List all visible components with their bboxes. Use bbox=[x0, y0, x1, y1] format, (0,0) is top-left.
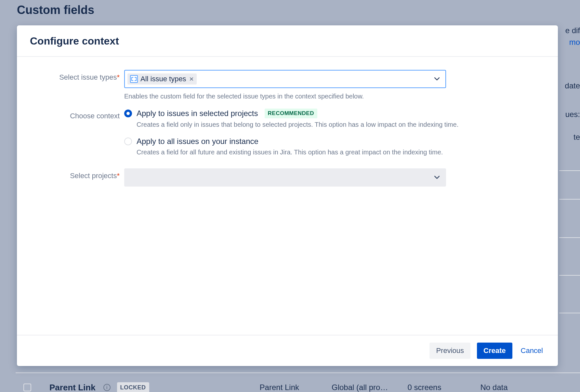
create-button[interactable]: Create bbox=[477, 343, 512, 359]
partial-text: mo bbox=[569, 38, 580, 47]
field-name: Parent Link bbox=[49, 383, 96, 392]
radio-label: Apply to issues in selected projects bbox=[137, 109, 258, 118]
issue-types-help: Enables the custom field for the selecte… bbox=[124, 93, 446, 100]
issue-types-select[interactable]: All issue types bbox=[124, 70, 446, 88]
previous-button[interactable]: Previous bbox=[429, 343, 470, 359]
radio-checked-icon bbox=[124, 110, 132, 117]
issue-types-row: Select issue types* All issue types E bbox=[30, 70, 545, 100]
chevron-down-icon bbox=[434, 174, 440, 181]
required-asterisk: * bbox=[117, 172, 120, 180]
context-row: Choose context Apply to issues in select… bbox=[30, 109, 545, 164]
chevron-down-icon bbox=[434, 76, 440, 82]
issue-types-label: Select issue types* bbox=[30, 70, 124, 82]
partial-text: ues: bbox=[565, 110, 580, 119]
issue-type-chip: All issue types bbox=[127, 73, 197, 85]
field-data: No data bbox=[480, 383, 508, 392]
locked-badge: LOCKED bbox=[117, 382, 149, 392]
projects-row: Select projects* bbox=[30, 168, 545, 187]
field-type: Parent Link bbox=[260, 383, 299, 392]
partial-text: te bbox=[573, 133, 580, 142]
partial-text: e dif bbox=[565, 26, 580, 35]
cancel-button[interactable]: Cancel bbox=[519, 343, 545, 359]
chip-label: All issue types bbox=[140, 75, 186, 83]
modal-footer: Previous Create Cancel bbox=[17, 335, 558, 366]
info-icon[interactable]: i bbox=[103, 384, 111, 391]
page-title: Custom fields bbox=[17, 3, 94, 17]
field-context: Global (all pro… bbox=[332, 383, 388, 392]
row-checkbox[interactable] bbox=[23, 384, 31, 391]
context-option2-help: Creates a field for all future and exist… bbox=[137, 149, 521, 156]
context-option1-help: Creates a field only in issues that belo… bbox=[137, 121, 521, 128]
recommended-badge: RECOMMENDED bbox=[265, 109, 317, 118]
configure-context-modal: Configure context Select issue types* Al… bbox=[17, 25, 558, 366]
modal-body: Select issue types* All issue types E bbox=[17, 57, 558, 335]
context-option-all-issues[interactable]: Apply to all issues on your instance bbox=[124, 137, 521, 146]
partial-text: date bbox=[565, 81, 580, 90]
projects-select[interactable] bbox=[124, 168, 446, 187]
table-row: Parent Link i LOCKED Parent Link Global … bbox=[16, 372, 580, 392]
field-screens: 0 screens bbox=[407, 383, 441, 392]
projects-label: Select projects* bbox=[30, 168, 124, 180]
label-text: Select projects bbox=[70, 172, 117, 180]
context-label: Choose context bbox=[30, 109, 124, 120]
remove-chip-icon[interactable] bbox=[189, 76, 194, 82]
context-option-selected-projects[interactable]: Apply to issues in selected projects REC… bbox=[124, 109, 521, 118]
label-text: Select issue types bbox=[59, 73, 117, 81]
all-issue-types-icon bbox=[130, 75, 138, 83]
modal-header: Configure context bbox=[17, 25, 558, 57]
radio-label: Apply to all issues on your instance bbox=[137, 137, 258, 146]
required-asterisk: * bbox=[117, 73, 120, 81]
modal-title: Configure context bbox=[30, 35, 545, 47]
radio-unchecked-icon bbox=[124, 137, 132, 145]
